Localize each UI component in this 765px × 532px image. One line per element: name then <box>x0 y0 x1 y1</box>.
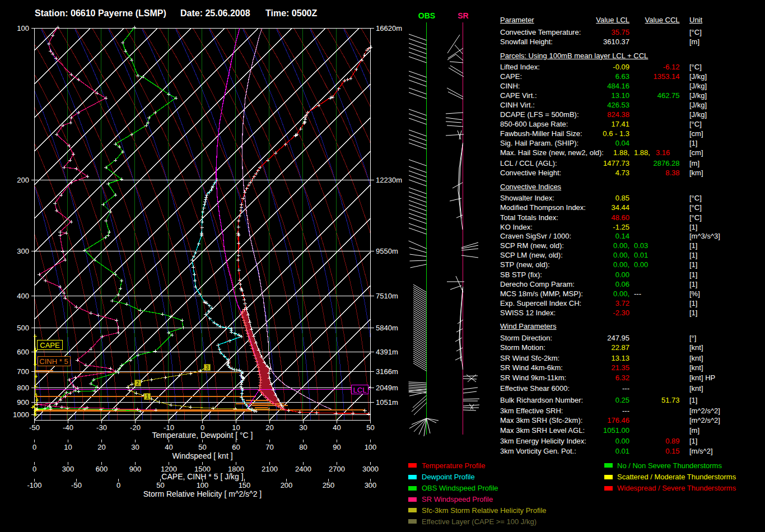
svg-text:OBS: OBS <box>418 11 435 20</box>
svg-text:SR: SR <box>458 11 468 20</box>
